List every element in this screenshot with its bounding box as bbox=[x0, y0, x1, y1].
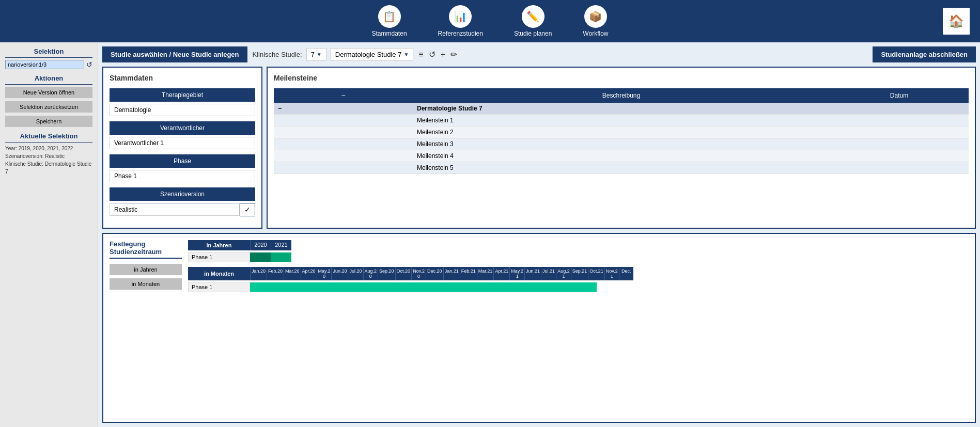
month-feb21: Feb.21 bbox=[460, 267, 477, 280]
monate-gantt: in Monaten Jan.20 Feb.20 Mar.20 Apr.20 M… bbox=[188, 267, 969, 293]
meilensteine-table: − Beschreibung Datum − Dermatologie Stud… bbox=[274, 88, 969, 174]
month-jan21: Jan.21 bbox=[443, 267, 460, 280]
month-dec20: Dec.20 bbox=[426, 267, 443, 280]
verantwortlicher-group: Verantwortlicher Verantwortlicher 1 bbox=[110, 121, 255, 149]
nav-stammdaten-label: Stammdaten bbox=[372, 30, 407, 37]
month-apr20: Apr.20 bbox=[301, 267, 317, 280]
meil-1-datum bbox=[830, 115, 969, 126]
refresh-button[interactable]: ↺ bbox=[86, 60, 92, 69]
aktuelle-info: Year: 2019, 2020, 2021, 2022 Szenariover… bbox=[5, 145, 92, 176]
month-mar21: Mar.21 bbox=[477, 267, 494, 280]
main-layout: Selektion ↺ Aktionen Neue Version öffnen… bbox=[0, 42, 980, 427]
studie-name-arrow: ▼ bbox=[403, 52, 409, 57]
collapse-icon[interactable]: − bbox=[339, 91, 348, 100]
cards-row: Stammdaten Therapiegebiet Dermatologie V… bbox=[102, 67, 976, 229]
meil-5-datum bbox=[830, 162, 969, 174]
month-oct20: Oct.20 bbox=[395, 267, 412, 280]
nav-stammdaten[interactable]: 📋 Stammdaten bbox=[372, 5, 407, 37]
meil-study-row: − Dermatologie Studie 7 bbox=[274, 103, 969, 115]
nav-workflow[interactable]: 📦 Workflow bbox=[583, 5, 608, 37]
stammdaten-icon: 📋 bbox=[378, 5, 401, 28]
top-navigation: 📋 Stammdaten 📊 Referenzstudien ✏️ Studie… bbox=[0, 0, 980, 42]
month-sep20: Sep.20 bbox=[378, 267, 395, 280]
month-jul20: Jul.20 bbox=[348, 267, 363, 280]
abschluss-button[interactable]: Studienanlage abschließen bbox=[873, 46, 976, 62]
table-row: Meilenstein 1 bbox=[274, 115, 969, 126]
meil-study-icon-cell: − bbox=[274, 103, 413, 115]
jahre-gantt: in Jahren 2020 2021 Phase 1 bbox=[188, 240, 969, 263]
year-2020: 2020 bbox=[250, 240, 271, 250]
klinische-dropdown[interactable]: 7 ▼ bbox=[306, 48, 326, 61]
search-input[interactable] bbox=[5, 60, 84, 69]
monate-gantt-header: in Monaten Jan.20 Feb.20 Mar.20 Apr.20 M… bbox=[188, 267, 969, 280]
meil-5-label: Meilenstein 5 bbox=[413, 162, 830, 174]
month-aug21: Aug.21 bbox=[556, 267, 571, 280]
neue-version-button[interactable]: Neue Version öffnen bbox=[5, 87, 92, 98]
month-jun21: Jun.21 bbox=[524, 267, 541, 280]
szenarioversion-button[interactable]: Szenarioversion bbox=[110, 187, 255, 201]
monate-phase-row: Phase 1 bbox=[188, 281, 969, 293]
monate-label-cell: in Monaten bbox=[188, 267, 250, 280]
workflow-icon: 📦 bbox=[584, 5, 607, 28]
study-select-button[interactable]: Studie auswählen / Neue Studie anlegen bbox=[102, 46, 247, 62]
selektion-zurueck-button[interactable]: Selektion zurücksetzen bbox=[5, 101, 92, 113]
phase-button[interactable]: Phase bbox=[110, 154, 255, 168]
stammdaten-title: Stammdaten bbox=[110, 74, 255, 82]
edit-icon[interactable]: ✏ bbox=[449, 49, 458, 60]
monate-cells: Jan.20 Feb.20 Mar.20 Apr.20 May.20 Jun.2… bbox=[250, 267, 633, 280]
month-apr21: Apr.21 bbox=[493, 267, 509, 280]
year-2021: 2021 bbox=[271, 240, 291, 250]
selektion-title: Selektion bbox=[5, 48, 92, 58]
meil-5-icon bbox=[274, 162, 413, 174]
jahre-label-cell: in Jahren bbox=[188, 240, 250, 250]
table-row: Meilenstein 3 bbox=[274, 138, 969, 150]
aktuelle-szenario: Szenarioversion: Realistic bbox=[5, 152, 92, 160]
zeitraum-left: Festlegung Studienzeitraum in Jahren in … bbox=[110, 240, 182, 416]
klinische-arrow: ▼ bbox=[317, 52, 322, 57]
month-feb20: Feb.20 bbox=[267, 267, 284, 280]
meil-2-label: Meilenstein 2 bbox=[413, 126, 830, 138]
month-dec-end: Dec. bbox=[619, 267, 633, 280]
nav-items: 📋 Stammdaten 📊 Referenzstudien ✏️ Studie… bbox=[372, 5, 609, 37]
szenario-checkbox[interactable]: ✓ bbox=[240, 203, 255, 216]
therapiegebiet-button[interactable]: Therapiegebiet bbox=[110, 88, 255, 102]
content-area: Studie auswählen / Neue Studie anlegen K… bbox=[98, 42, 980, 427]
jahre-button[interactable]: in Jahren bbox=[110, 264, 182, 275]
month-jan20: Jan.20 bbox=[250, 267, 267, 280]
meilensteine-card: Meilensteine − Beschreibung Datum bbox=[267, 67, 976, 229]
jahre-bar-2020 bbox=[250, 252, 271, 262]
nav-referenzstudien[interactable]: 📊 Referenzstudien bbox=[438, 5, 483, 37]
month-may21: May.21 bbox=[509, 267, 524, 280]
home-button[interactable]: 🏠 bbox=[943, 8, 970, 35]
studienzeitraum-card: Festlegung Studienzeitraum in Jahren in … bbox=[102, 233, 976, 423]
stammdaten-card: Stammdaten Therapiegebiet Dermatologie V… bbox=[102, 67, 262, 229]
nav-studie-planen[interactable]: ✏️ Studie planen bbox=[514, 5, 552, 37]
speichern-button[interactable]: Speichern bbox=[5, 116, 92, 127]
jahre-phase-label: Phase 1 bbox=[188, 252, 250, 262]
meil-col-datum: Datum bbox=[830, 88, 969, 103]
nav-referenzstudien-label: Referenzstudien bbox=[438, 30, 483, 37]
header-bar: Studie auswählen / Neue Studie anlegen K… bbox=[102, 46, 976, 62]
month-oct21: Oct.21 bbox=[588, 267, 604, 280]
aktionen-title: Aktionen bbox=[5, 74, 92, 85]
therapiegebiet-group: Therapiegebiet Dermatologie bbox=[110, 88, 255, 116]
month-nov21: Nov.21 bbox=[604, 267, 619, 280]
add-icon[interactable]: + bbox=[440, 49, 446, 60]
meil-1-icon bbox=[274, 115, 413, 126]
jahre-year-cells: 2020 2021 bbox=[250, 240, 291, 250]
aktuelle-year: Year: 2019, 2020, 2021, 2022 bbox=[5, 145, 92, 152]
meil-4-icon bbox=[274, 150, 413, 162]
month-mar20: Mar.20 bbox=[284, 267, 301, 280]
monate-button[interactable]: in Monaten bbox=[110, 278, 182, 290]
referenzstudien-icon: 📊 bbox=[449, 5, 472, 28]
aktuelle-studie: Klinische Studie: Dermatologie Studie 7 bbox=[5, 160, 92, 176]
studie-name-dropdown[interactable]: Dermatologie Studie 7 ▼ bbox=[331, 48, 414, 61]
szenario-row: Realistic ✓ bbox=[110, 203, 255, 216]
jahre-bar-2021 bbox=[271, 252, 291, 262]
month-jul21: Jul.21 bbox=[541, 267, 556, 280]
studie-planen-icon: ✏️ bbox=[522, 5, 545, 28]
filter-icon[interactable]: ≡ bbox=[417, 49, 424, 60]
verantwortlicher-button[interactable]: Verantwortlicher bbox=[110, 121, 255, 135]
undo-icon[interactable]: ↺ bbox=[428, 49, 437, 60]
meil-study-datum bbox=[830, 103, 969, 115]
